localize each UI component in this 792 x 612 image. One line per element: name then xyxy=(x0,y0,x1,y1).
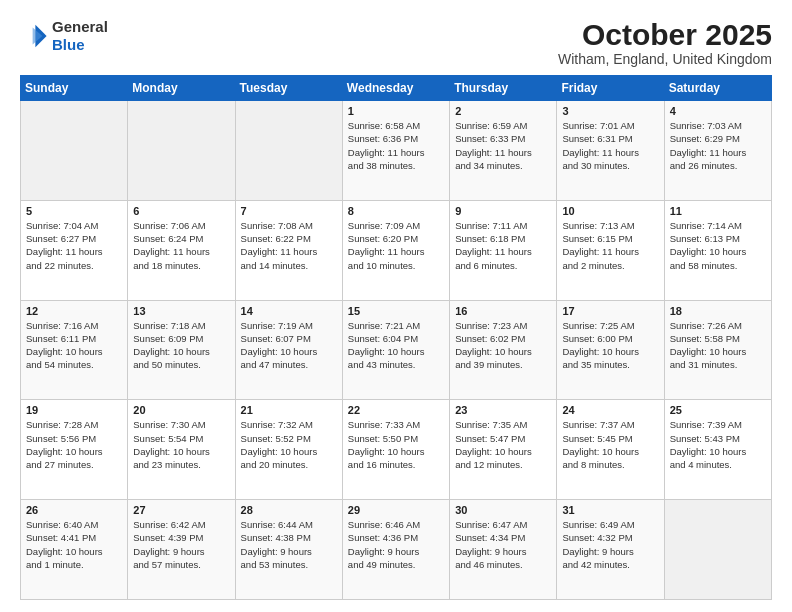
day-info: Sunrise: 7:13 AMSunset: 6:15 PMDaylight:… xyxy=(562,219,658,272)
calendar-cell: 19Sunrise: 7:28 AMSunset: 5:56 PMDayligh… xyxy=(21,400,128,500)
calendar-week-5: 26Sunrise: 6:40 AMSunset: 4:41 PMDayligh… xyxy=(21,500,772,600)
calendar-cell xyxy=(235,101,342,201)
logo-blue-text: Blue xyxy=(52,36,85,53)
calendar-cell: 30Sunrise: 6:47 AMSunset: 4:34 PMDayligh… xyxy=(450,500,557,600)
day-number: 6 xyxy=(133,205,229,217)
logo: General Blue xyxy=(20,18,108,54)
calendar-cell: 10Sunrise: 7:13 AMSunset: 6:15 PMDayligh… xyxy=(557,200,664,300)
day-info: Sunrise: 7:03 AMSunset: 6:29 PMDaylight:… xyxy=(670,119,766,172)
day-number: 5 xyxy=(26,205,122,217)
col-sunday: Sunday xyxy=(21,76,128,101)
day-number: 10 xyxy=(562,205,658,217)
calendar-cell: 15Sunrise: 7:21 AMSunset: 6:04 PMDayligh… xyxy=(342,300,449,400)
day-info: Sunrise: 7:06 AMSunset: 6:24 PMDaylight:… xyxy=(133,219,229,272)
logo-general-text: General xyxy=(52,18,108,35)
day-number: 19 xyxy=(26,404,122,416)
calendar-cell: 7Sunrise: 7:08 AMSunset: 6:22 PMDaylight… xyxy=(235,200,342,300)
day-info: Sunrise: 7:32 AMSunset: 5:52 PMDaylight:… xyxy=(241,418,337,471)
day-number: 18 xyxy=(670,305,766,317)
day-info: Sunrise: 6:59 AMSunset: 6:33 PMDaylight:… xyxy=(455,119,551,172)
day-number: 21 xyxy=(241,404,337,416)
day-number: 3 xyxy=(562,105,658,117)
day-info: Sunrise: 6:44 AMSunset: 4:38 PMDaylight:… xyxy=(241,518,337,571)
header: General Blue October 2025 Witham, Englan… xyxy=(20,18,772,67)
calendar-cell xyxy=(128,101,235,201)
day-number: 2 xyxy=(455,105,551,117)
location: Witham, England, United Kingdom xyxy=(558,51,772,67)
calendar-cell: 21Sunrise: 7:32 AMSunset: 5:52 PMDayligh… xyxy=(235,400,342,500)
day-info: Sunrise: 7:26 AMSunset: 5:58 PMDaylight:… xyxy=(670,319,766,372)
calendar-cell: 9Sunrise: 7:11 AMSunset: 6:18 PMDaylight… xyxy=(450,200,557,300)
calendar-cell: 8Sunrise: 7:09 AMSunset: 6:20 PMDaylight… xyxy=(342,200,449,300)
day-info: Sunrise: 7:28 AMSunset: 5:56 PMDaylight:… xyxy=(26,418,122,471)
calendar-cell: 14Sunrise: 7:19 AMSunset: 6:07 PMDayligh… xyxy=(235,300,342,400)
day-number: 13 xyxy=(133,305,229,317)
col-saturday: Saturday xyxy=(664,76,771,101)
day-number: 24 xyxy=(562,404,658,416)
calendar-week-3: 12Sunrise: 7:16 AMSunset: 6:11 PMDayligh… xyxy=(21,300,772,400)
col-tuesday: Tuesday xyxy=(235,76,342,101)
calendar-cell: 5Sunrise: 7:04 AMSunset: 6:27 PMDaylight… xyxy=(21,200,128,300)
calendar-header-row: Sunday Monday Tuesday Wednesday Thursday… xyxy=(21,76,772,101)
day-info: Sunrise: 7:01 AMSunset: 6:31 PMDaylight:… xyxy=(562,119,658,172)
calendar-cell: 2Sunrise: 6:59 AMSunset: 6:33 PMDaylight… xyxy=(450,101,557,201)
day-info: Sunrise: 6:40 AMSunset: 4:41 PMDaylight:… xyxy=(26,518,122,571)
day-number: 26 xyxy=(26,504,122,516)
calendar-cell: 24Sunrise: 7:37 AMSunset: 5:45 PMDayligh… xyxy=(557,400,664,500)
day-info: Sunrise: 7:21 AMSunset: 6:04 PMDaylight:… xyxy=(348,319,444,372)
calendar-cell: 20Sunrise: 7:30 AMSunset: 5:54 PMDayligh… xyxy=(128,400,235,500)
col-thursday: Thursday xyxy=(450,76,557,101)
calendar-cell: 27Sunrise: 6:42 AMSunset: 4:39 PMDayligh… xyxy=(128,500,235,600)
calendar-week-1: 1Sunrise: 6:58 AMSunset: 6:36 PMDaylight… xyxy=(21,101,772,201)
calendar-cell: 23Sunrise: 7:35 AMSunset: 5:47 PMDayligh… xyxy=(450,400,557,500)
day-info: Sunrise: 6:47 AMSunset: 4:34 PMDaylight:… xyxy=(455,518,551,571)
calendar-cell: 18Sunrise: 7:26 AMSunset: 5:58 PMDayligh… xyxy=(664,300,771,400)
day-number: 17 xyxy=(562,305,658,317)
day-info: Sunrise: 7:37 AMSunset: 5:45 PMDaylight:… xyxy=(562,418,658,471)
month-title: October 2025 xyxy=(558,18,772,51)
day-info: Sunrise: 6:42 AMSunset: 4:39 PMDaylight:… xyxy=(133,518,229,571)
calendar-cell: 17Sunrise: 7:25 AMSunset: 6:00 PMDayligh… xyxy=(557,300,664,400)
day-info: Sunrise: 7:04 AMSunset: 6:27 PMDaylight:… xyxy=(26,219,122,272)
day-number: 25 xyxy=(670,404,766,416)
day-info: Sunrise: 7:30 AMSunset: 5:54 PMDaylight:… xyxy=(133,418,229,471)
day-number: 12 xyxy=(26,305,122,317)
calendar-cell: 25Sunrise: 7:39 AMSunset: 5:43 PMDayligh… xyxy=(664,400,771,500)
day-number: 9 xyxy=(455,205,551,217)
day-number: 7 xyxy=(241,205,337,217)
day-number: 22 xyxy=(348,404,444,416)
calendar-cell: 22Sunrise: 7:33 AMSunset: 5:50 PMDayligh… xyxy=(342,400,449,500)
calendar-cell: 16Sunrise: 7:23 AMSunset: 6:02 PMDayligh… xyxy=(450,300,557,400)
calendar-cell: 6Sunrise: 7:06 AMSunset: 6:24 PMDaylight… xyxy=(128,200,235,300)
calendar-cell: 12Sunrise: 7:16 AMSunset: 6:11 PMDayligh… xyxy=(21,300,128,400)
day-info: Sunrise: 7:33 AMSunset: 5:50 PMDaylight:… xyxy=(348,418,444,471)
day-info: Sunrise: 6:49 AMSunset: 4:32 PMDaylight:… xyxy=(562,518,658,571)
calendar-cell: 4Sunrise: 7:03 AMSunset: 6:29 PMDaylight… xyxy=(664,101,771,201)
day-info: Sunrise: 7:25 AMSunset: 6:00 PMDaylight:… xyxy=(562,319,658,372)
calendar-cell xyxy=(664,500,771,600)
day-info: Sunrise: 7:09 AMSunset: 6:20 PMDaylight:… xyxy=(348,219,444,272)
calendar-cell xyxy=(21,101,128,201)
calendar-cell: 3Sunrise: 7:01 AMSunset: 6:31 PMDaylight… xyxy=(557,101,664,201)
day-number: 14 xyxy=(241,305,337,317)
day-info: Sunrise: 7:19 AMSunset: 6:07 PMDaylight:… xyxy=(241,319,337,372)
day-number: 16 xyxy=(455,305,551,317)
day-info: Sunrise: 6:58 AMSunset: 6:36 PMDaylight:… xyxy=(348,119,444,172)
day-info: Sunrise: 7:35 AMSunset: 5:47 PMDaylight:… xyxy=(455,418,551,471)
col-wednesday: Wednesday xyxy=(342,76,449,101)
day-number: 31 xyxy=(562,504,658,516)
col-friday: Friday xyxy=(557,76,664,101)
day-info: Sunrise: 7:08 AMSunset: 6:22 PMDaylight:… xyxy=(241,219,337,272)
day-number: 8 xyxy=(348,205,444,217)
day-info: Sunrise: 7:14 AMSunset: 6:13 PMDaylight:… xyxy=(670,219,766,272)
calendar-cell: 26Sunrise: 6:40 AMSunset: 4:41 PMDayligh… xyxy=(21,500,128,600)
calendar-cell: 13Sunrise: 7:18 AMSunset: 6:09 PMDayligh… xyxy=(128,300,235,400)
title-block: October 2025 Witham, England, United Kin… xyxy=(558,18,772,67)
day-info: Sunrise: 7:39 AMSunset: 5:43 PMDaylight:… xyxy=(670,418,766,471)
day-info: Sunrise: 7:16 AMSunset: 6:11 PMDaylight:… xyxy=(26,319,122,372)
day-info: Sunrise: 6:46 AMSunset: 4:36 PMDaylight:… xyxy=(348,518,444,571)
calendar-week-2: 5Sunrise: 7:04 AMSunset: 6:27 PMDaylight… xyxy=(21,200,772,300)
calendar-cell: 11Sunrise: 7:14 AMSunset: 6:13 PMDayligh… xyxy=(664,200,771,300)
page: General Blue October 2025 Witham, Englan… xyxy=(0,0,792,612)
calendar-cell: 28Sunrise: 6:44 AMSunset: 4:38 PMDayligh… xyxy=(235,500,342,600)
